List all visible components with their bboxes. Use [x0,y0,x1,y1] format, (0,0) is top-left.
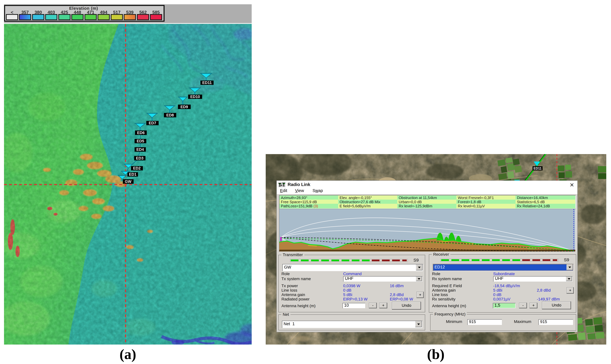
svg-text:GW: GW [125,180,132,184]
svg-text:ED8: ED8 [166,113,174,117]
svg-text:ED7: ED7 [149,121,156,125]
svg-text:ED3: ED3 [136,156,144,160]
svg-text:ED2: ED2 [133,166,141,170]
svg-text:ED5: ED5 [137,139,144,143]
svg-text:ED11: ED11 [202,80,212,85]
svg-text:ED4: ED4 [136,147,144,152]
svg-text:ED11: ED11 [533,167,542,170]
svg-text:ED10: ED10 [190,95,200,99]
svg-text:ED6: ED6 [137,131,145,135]
svg-text:ED1: ED1 [129,172,137,177]
svg-text:ED9: ED9 [181,105,188,109]
